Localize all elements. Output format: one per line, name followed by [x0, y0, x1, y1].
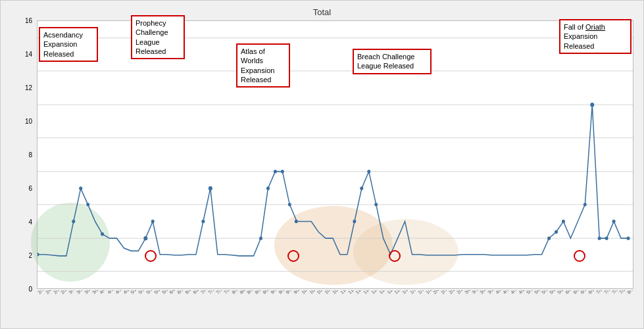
svg-point-11: [86, 203, 89, 206]
svg-point-9: [72, 220, 75, 223]
annotation-prophecy-line1: Prophecy: [136, 19, 166, 27]
red-circle-prophecy: [145, 250, 157, 262]
svg-point-29: [562, 220, 565, 223]
svg-point-23: [353, 220, 356, 223]
svg-point-16: [209, 186, 212, 190]
svg-point-31: [590, 103, 594, 107]
chart-title: Total: [313, 7, 331, 17]
svg-point-30: [583, 203, 587, 206]
annotation-breach-line1: Breach Challenge: [357, 53, 414, 61]
svg-point-12: [101, 232, 104, 236]
annotation-oriath-line3: Released: [564, 42, 594, 50]
y-label-0: 0: [28, 286, 32, 293]
svg-point-33: [605, 236, 608, 240]
svg-point-24: [360, 187, 363, 190]
y-label-12: 12: [25, 84, 32, 91]
annotation-atlas-line1: Atlas of: [241, 47, 265, 55]
y-label-16: 16: [25, 17, 32, 24]
svg-point-35: [627, 236, 630, 240]
y-label-10: 10: [25, 118, 32, 125]
svg-point-32: [598, 236, 601, 240]
annotation-atlas-line4: Released: [241, 76, 271, 84]
svg-point-27: [547, 236, 551, 240]
red-circle-atlas: [287, 250, 299, 262]
annotation-oriath: Fall of Oriath Expansion Released: [559, 19, 632, 54]
y-label-6: 6: [28, 185, 32, 192]
chart-svg: [37, 21, 633, 288]
svg-point-13: [143, 236, 147, 240]
annotation-ascendancy-line1: Acsendancy: [43, 31, 83, 39]
svg-point-8: [37, 253, 39, 256]
svg-point-25: [367, 170, 370, 173]
svg-point-22: [295, 220, 298, 223]
annotation-prophecy-line4: Released: [136, 47, 166, 55]
annotation-prophecy: Prophecy Challenge League Released: [131, 15, 185, 59]
annotation-prophecy-line3: League: [136, 38, 160, 46]
red-circle-breach: [389, 250, 401, 262]
annotation-ascendancy: Acsendancy Expansion Released: [39, 27, 98, 62]
chart-container: Total: [0, 0, 644, 329]
x-label-77: 8/7/2017: [626, 290, 633, 295]
annotation-oriath-line1: Fall of Oriath: [564, 23, 605, 31]
svg-point-34: [612, 220, 616, 223]
svg-point-17: [259, 236, 262, 240]
y-label-14: 14: [25, 51, 32, 58]
y-label-2: 2: [28, 252, 32, 259]
annotation-oriath-line2: Expansion: [564, 32, 597, 40]
svg-point-10: [79, 187, 82, 190]
annotation-breach-line2: League Released: [357, 62, 414, 70]
annotation-prophecy-line2: Challenge: [136, 28, 168, 36]
svg-point-19: [274, 170, 277, 173]
chart-line: [37, 105, 628, 256]
annotation-ascendancy-line2: Expansion: [43, 40, 77, 48]
y-label-4: 4: [28, 218, 32, 226]
svg-point-28: [555, 230, 558, 234]
svg-point-26: [374, 203, 378, 206]
annotation-atlas-line2: Worlds: [241, 57, 263, 64]
y-label-8: 8: [28, 151, 32, 159]
annotation-atlas-line3: Expansion: [241, 66, 274, 74]
svg-point-15: [201, 220, 205, 223]
annotation-breach: Breach Challenge League Released: [353, 49, 432, 74]
svg-point-18: [266, 187, 270, 190]
annotation-ascendancy-line3: Released: [43, 50, 74, 58]
chart-area: [37, 20, 633, 289]
svg-point-14: [151, 220, 155, 223]
annotation-atlas: Atlas of Worlds Expansion Released: [236, 43, 290, 88]
red-circle-oriath: [574, 250, 585, 262]
x-axis: 2/1/2016 2/8/2016 2/15/2016 2/22/2016 3/…: [37, 290, 633, 328]
svg-point-21: [288, 203, 291, 206]
y-axis: 16 14 12 10 8 6 4 2 0: [4, 20, 36, 289]
data-dots: [37, 103, 630, 256]
svg-point-20: [281, 170, 284, 173]
